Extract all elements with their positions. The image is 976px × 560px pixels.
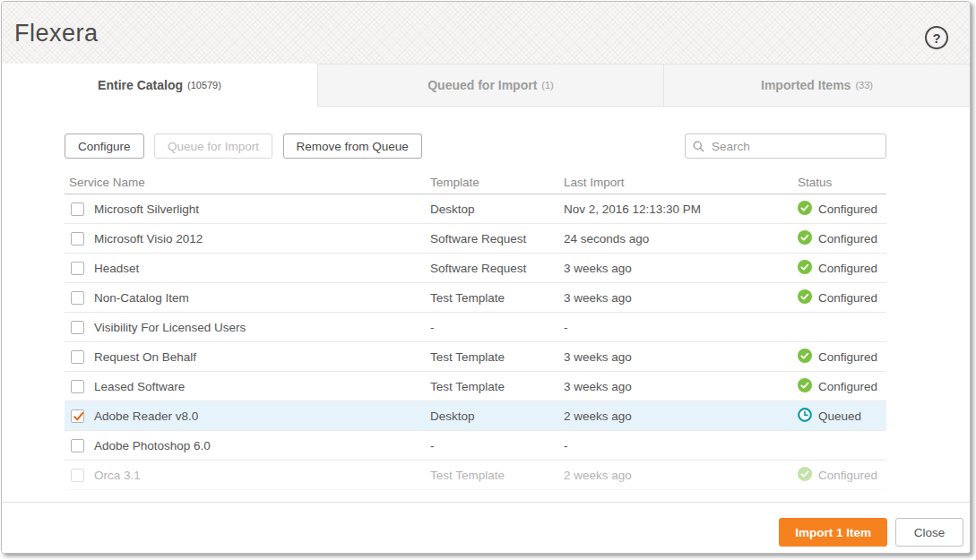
- tab-count: (33): [855, 80, 873, 90]
- col-service-name: Service Name: [65, 176, 430, 189]
- status-icon-slot: [798, 408, 818, 425]
- col-template: Template: [430, 176, 564, 189]
- last-import-value: 3 weeks ago: [564, 262, 798, 275]
- search-box[interactable]: [685, 134, 886, 159]
- row-checkbox[interactable]: [71, 321, 84, 334]
- row-checkbox[interactable]: [71, 380, 84, 393]
- status-label: Configured: [818, 380, 877, 393]
- template-value: Test Template: [430, 469, 564, 482]
- tab-queued-for-import[interactable]: Queued for Import (1): [317, 64, 663, 107]
- row-checkbox[interactable]: [71, 202, 84, 216]
- configured-check-icon: [798, 260, 812, 274]
- status-cell: Configured: [798, 467, 886, 484]
- status-cell: Configured: [798, 201, 886, 218]
- status-label: Configured: [818, 469, 877, 482]
- status-label: Configured: [818, 232, 877, 246]
- configured-check-icon: [798, 467, 812, 481]
- last-import-value: 3 weeks ago: [564, 380, 798, 393]
- template-value: Desktop: [430, 202, 564, 216]
- status-label: Configured: [818, 262, 877, 275]
- configured-check-icon: [798, 230, 812, 245]
- search-icon: [693, 141, 704, 152]
- catalog-panel: Configure Queue for Import Remove from Q…: [2, 107, 970, 504]
- catalog-table: Service Name Template Last Import Status…: [65, 170, 886, 490]
- configured-check-icon: [798, 201, 812, 215]
- row-checkbox[interactable]: [71, 439, 84, 452]
- table-body: Microsoft Silverlight Desktop Nov 2, 201…: [65, 194, 886, 490]
- service-name: Headset: [94, 262, 139, 275]
- tab-label: Entire Catalog: [98, 78, 183, 92]
- status-cell: Configured: [798, 378, 886, 395]
- template-value: -: [430, 439, 564, 452]
- search-input[interactable]: [712, 140, 878, 153]
- status-label: Configured: [818, 202, 877, 216]
- help-icon[interactable]: ?: [925, 26, 948, 49]
- queued-clock-icon: [798, 408, 812, 422]
- status-cell: Queued: [798, 408, 886, 425]
- tab-label: Imported Items: [761, 78, 851, 92]
- close-button[interactable]: Close: [895, 518, 963, 547]
- template-value: Test Template: [430, 291, 564, 305]
- service-name: Microsoft Visio 2012: [94, 232, 203, 246]
- tab-bar: Entire Catalog (10579) Queued for Import…: [2, 64, 970, 107]
- configured-check-icon: [798, 378, 812, 392]
- tab-count: (10579): [187, 80, 221, 90]
- table-row[interactable]: Orca 3.1 Test Template 2 weeks ago Confi…: [65, 461, 886, 490]
- configure-button[interactable]: Configure: [65, 134, 144, 159]
- service-name: Adobe Photoshop 6.0: [94, 439, 211, 452]
- status-cell: Configured: [798, 230, 886, 247]
- status-cell: Configured: [798, 289, 886, 306]
- table-row[interactable]: Leased Software Test Template 3 weeks ag…: [65, 372, 886, 401]
- last-import-value: 2 weeks ago: [564, 409, 798, 423]
- row-checkbox[interactable]: [71, 469, 84, 482]
- table-row[interactable]: Headset Software Request 3 weeks ago Con…: [65, 254, 886, 283]
- status-label: Queued: [818, 409, 861, 423]
- toolbar: Configure Queue for Import Remove from Q…: [65, 134, 886, 159]
- table-row[interactable]: Adobe Reader v8.0 Desktop 2 weeks ago Qu…: [65, 401, 886, 431]
- table-row[interactable]: Adobe Photoshop 6.0 - -: [65, 431, 886, 461]
- table-row[interactable]: Non-Catalog Item Test Template 3 weeks a…: [65, 283, 886, 313]
- table-row[interactable]: Request On Behalf Test Template 3 weeks …: [65, 342, 886, 372]
- queue-for-import-button[interactable]: Queue for Import: [154, 134, 272, 159]
- status-icon-slot: [798, 230, 818, 247]
- template-value: Test Template: [430, 380, 564, 393]
- row-checkbox[interactable]: [71, 262, 84, 275]
- table-row[interactable]: Microsoft Visio 2012 Software Request 24…: [65, 224, 886, 254]
- service-name: Leased Software: [94, 380, 185, 393]
- last-import-value: Nov 2, 2016 12:13:30 PM: [564, 202, 798, 216]
- row-checkbox[interactable]: [71, 232, 84, 246]
- table-header: Service Name Template Last Import Status: [65, 170, 886, 194]
- remove-from-queue-button[interactable]: Remove from Queue: [283, 134, 422, 159]
- status-icon-slot: [798, 378, 818, 395]
- last-import-value: 2 weeks ago: [564, 469, 798, 482]
- col-status: Status: [798, 176, 886, 189]
- service-name: Request On Behalf: [94, 350, 196, 364]
- service-name: Non-Catalog Item: [94, 291, 189, 305]
- flexera-dialog: Flexera ? Entire Catalog (10579) Queued …: [1, 1, 971, 554]
- service-name: Microsoft Silverlight: [94, 202, 199, 216]
- row-checkbox[interactable]: [71, 291, 84, 305]
- status-cell: Configured: [798, 260, 886, 277]
- row-checkbox[interactable]: [71, 409, 84, 423]
- page-title: Flexera: [14, 19, 99, 47]
- status-icon-slot: [798, 201, 818, 218]
- last-import-value: 3 weeks ago: [564, 350, 798, 364]
- status-icon-slot: [798, 260, 818, 277]
- status-icon-slot: [798, 349, 818, 366]
- template-value: -: [430, 321, 564, 334]
- tab-imported-items[interactable]: Imported Items (33): [663, 64, 970, 107]
- template-value: Software Request: [430, 262, 564, 275]
- last-import-value: 3 weeks ago: [564, 291, 798, 305]
- status-icon-slot: [798, 289, 818, 306]
- tab-label: Queued for Import: [428, 78, 537, 92]
- configured-check-icon: [798, 289, 812, 304]
- tab-entire-catalog[interactable]: Entire Catalog (10579): [2, 64, 317, 107]
- template-value: Test Template: [430, 350, 564, 364]
- service-name: Visibility For Licensed Users: [94, 321, 246, 334]
- table-row[interactable]: Visibility For Licensed Users - -: [65, 313, 886, 342]
- import-button[interactable]: Import 1 Item: [779, 518, 887, 547]
- row-checkbox[interactable]: [71, 350, 84, 364]
- status-cell: Configured: [798, 349, 886, 366]
- table-row[interactable]: Microsoft Silverlight Desktop Nov 2, 201…: [65, 194, 886, 224]
- template-value: Desktop: [430, 409, 564, 423]
